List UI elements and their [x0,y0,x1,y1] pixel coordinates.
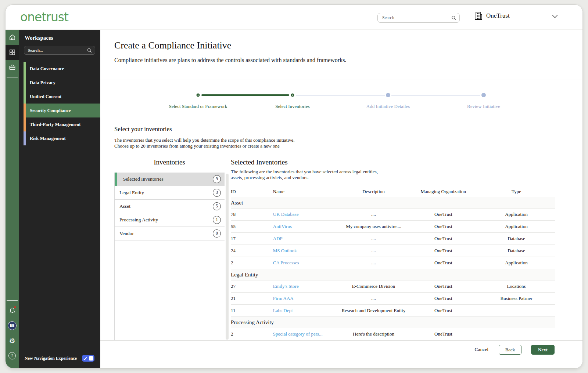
check-icon [83,356,87,361]
inventory-category-item[interactable]: Vendor0 [115,227,225,240]
global-search[interactable] [377,13,460,23]
workspaces-search[interactable] [24,46,95,55]
cell-id: 11 [231,305,273,317]
gear-icon[interactable]: ⚙ [6,333,19,348]
help-icon[interactable]: ? [6,348,19,363]
toggle-knob [89,356,93,361]
inventory-link[interactable]: Emily's Store [273,283,299,289]
inventory-category-label: Vendor [119,231,134,236]
cell-description: .... [338,233,409,245]
inventory-link[interactable]: Labs Dept [273,308,293,313]
cell-org: OneTrust [409,209,477,221]
avatar[interactable]: EB [6,318,19,333]
workspace-item[interactable]: Security Compliance [24,104,100,117]
cell-org: OneTrust [409,233,477,245]
cell-description: .... [338,209,409,221]
section-description: The inventories that you select will hel… [114,137,582,149]
app-window: onetrust OneTrust [5,4,583,369]
stepper-step-label: Add Initiative Detailes [340,104,436,109]
avatar-initials[interactable]: EB [8,321,17,330]
workspace-item-label: Unified Consent [30,94,61,99]
stepper-connector [296,95,385,95]
cell-id: 2 [231,328,273,340]
back-button[interactable]: Back [499,345,521,355]
table-column-header: Managing Organization [409,186,477,197]
table-row: 2CA Processes....OneTrustApplication [231,257,555,269]
workspaces-search-input[interactable] [28,48,87,52]
cell-org: OneTrust [409,257,477,269]
search-icon [451,15,456,21]
new-nav-toggle[interactable] [82,355,94,362]
cell-description: .... [338,257,409,269]
selected-desc-line2: assets, processing activieis, and vendor… [231,175,555,181]
workspace-item[interactable]: Data Privacy [24,76,100,90]
cell-name: UK Database [273,209,338,221]
cell-name: Emily's Store [273,280,338,293]
home-icon[interactable] [6,30,19,45]
stepper-step-dot[interactable] [291,94,294,97]
inventory-count-badge: 3 [213,189,221,197]
inventories-column: Inventories Selected Inventories9Legal E… [114,158,225,341]
workspace-item[interactable]: Risk Management [24,131,100,145]
inventory-category-item[interactable]: Asset5 [115,200,225,213]
table-scrollbar[interactable] [226,174,229,340]
org-switcher[interactable]: OneTrust [474,11,510,20]
stepper-connector [391,95,480,95]
divider [100,114,582,114]
rail-divider [7,300,18,301]
inventory-link[interactable]: MS Outlook [273,248,297,253]
cell-id: 2 [231,257,273,269]
workspace-item[interactable]: Unified Consent [24,90,100,104]
inventory-link[interactable]: AntiVirus [273,224,292,229]
inventory-count-badge: 0 [213,229,221,238]
cell-name: AntiVirus [273,221,338,233]
inventory-category-item[interactable]: Selected Inventories9 [115,173,225,186]
stepper-step-label: Select Standard or Framework [150,104,246,109]
wizard-footer: Cancel Back Next [100,340,582,368]
selected-desc-line1: The following are the inventories that y… [231,169,555,175]
inventory-link[interactable]: Special category of pers... [273,331,323,337]
cancel-button[interactable]: Cancel [474,345,489,354]
cell-type [477,328,555,340]
selected-inventories-title: Selected Inventories [231,158,555,166]
stepper-step-dot[interactable] [386,93,390,97]
content-area: Select your inventories The inventories … [100,114,582,368]
table-row: 27Emily's StoreE-Commerce DivisionOneTru… [231,280,555,293]
cell-name: Special category of pers... [273,328,338,340]
inventory-count-badge: 1 [213,216,221,224]
table-row: 55AntiVirusMy company uses antivire....O… [231,221,555,233]
notification-dot [14,306,16,308]
cell-id: 78 [231,209,273,221]
table-row: 2Special category of pers...Here's the d… [231,328,555,340]
stepper-step-dot[interactable] [481,93,486,97]
inventories-title: Inventories [114,158,225,166]
table-column-header: Description [338,186,409,197]
workspace-item[interactable]: Data Governance [24,62,100,76]
workspace-menu: Data GovernanceData PrivacyUnified Conse… [19,62,100,145]
chevron-down-icon[interactable] [552,14,558,19]
cell-org: OneTrust [409,221,477,233]
global-search-input[interactable] [382,15,451,21]
bell-icon[interactable] [6,303,19,318]
inventory-link[interactable]: CA Processes [273,260,299,265]
workspace-item-label: Data Governance [30,66,64,72]
cell-org: OneTrust [409,293,477,305]
inventory-link[interactable]: UK Database [273,211,299,217]
cell-type: Database [477,233,555,245]
apps-grid-icon[interactable] [6,45,19,60]
cell-id: 55 [231,221,273,233]
cell-name: Firm AAA [273,293,338,305]
cell-type: Business Patrner [477,293,555,305]
briefcase-icon[interactable] [6,60,19,75]
inventory-category-item[interactable]: Legal Entity3 [115,186,225,200]
next-button[interactable]: Next [531,345,555,355]
inventory-link[interactable]: Firm AAA [273,296,294,301]
cell-name: Labs Dept [273,305,338,317]
workspace-item[interactable]: Third-Party Management [24,117,100,131]
stepper-step-dot[interactable] [197,94,200,97]
cell-description: Here's the description [338,328,409,340]
section-desc-line2: Choose up to 20 inventories from among y… [114,143,582,149]
cell-type: Application [477,221,555,233]
inventory-category-item[interactable]: Processing Activity1 [115,213,225,227]
inventory-link[interactable]: ADP [273,236,283,241]
